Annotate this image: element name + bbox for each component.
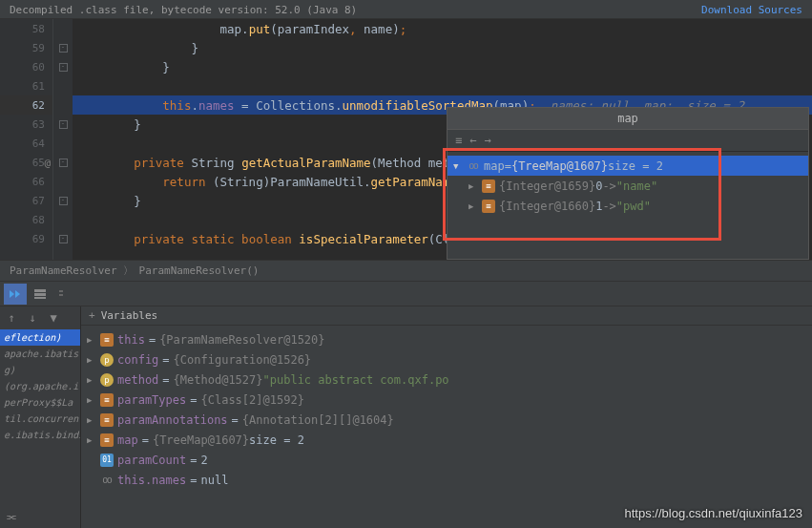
popup-toolbar: ≡ ← → [448, 130, 808, 152]
debug-view-tabs [0, 282, 812, 306]
line-number[interactable]: 67 [0, 191, 52, 210]
variable-row[interactable]: ▶≡this = {ParamNameResolver@1520} [81, 329, 812, 349]
breadcrumb-item[interactable]: ParamNameResolver [10, 264, 117, 277]
decompile-banner: Decompiled .class file, bytecode version… [0, 0, 812, 19]
download-sources-link[interactable]: Download Sources [701, 4, 802, 14]
frames-panel: ↑ ↓ ▼ eflection) apache.ibatis.b g) (org… [0, 306, 81, 528]
expand-icon[interactable]: ▶ [87, 355, 96, 365]
popup-tree: ▼oomap = {TreeMap@1607} size = 2 ▶≡{Inte… [448, 152, 808, 220]
collapse-icon[interactable]: ▼ [453, 161, 463, 171]
field-icon: ≡ [100, 333, 114, 347]
param-icon: p [100, 353, 114, 367]
line-number[interactable]: 59 [0, 38, 52, 57]
line-number[interactable]: 68 [0, 210, 52, 229]
stack-frame[interactable]: g) [0, 362, 80, 378]
svg-rect-1 [34, 293, 46, 296]
fold-icon[interactable]: - [59, 158, 68, 167]
debug-panel: ↑ ↓ ▼ eflection) apache.ibatis.b g) (org… [0, 281, 812, 528]
svg-rect-0 [34, 289, 46, 292]
stack-frame[interactable]: eflection) [0, 329, 80, 346]
expand-icon[interactable]: ▶ [87, 335, 96, 345]
variable-row[interactable]: ▶pconfig = {Configuration@1526} [81, 349, 812, 370]
stack-frame[interactable]: e.ibatis.bindin [0, 427, 80, 443]
expand-icon[interactable]: ▶ [87, 415, 96, 425]
fold-icon[interactable]: - [59, 235, 68, 243]
expand-icon[interactable]: ▶ [87, 395, 96, 405]
variable-row[interactable]: oothis.names = null [81, 470, 812, 490]
breadcrumb-item[interactable]: ParamNameResolver() [139, 264, 260, 277]
line-number[interactable]: 63 [0, 115, 52, 134]
line-number[interactable]: 64 [0, 134, 52, 153]
object-icon: oo [467, 159, 480, 173]
banner-message: Decompiled .class file, bytecode version… [10, 4, 357, 14]
expand-icon[interactable]: ▶ [87, 375, 96, 385]
plus-icon[interactable]: + [89, 309, 95, 322]
line-number[interactable]: 69 [0, 229, 52, 248]
watermark: https://blog.csdn.net/qiuxinfa123 [625, 506, 802, 520]
svg-rect-4 [59, 294, 63, 296]
popup-title: map [448, 108, 808, 130]
stack-frame[interactable]: apache.ibatis.b [0, 346, 80, 362]
object-icon: oo [100, 474, 114, 487]
variables-header: + Variables [81, 306, 812, 326]
expand-icon[interactable]: ▶ [468, 181, 478, 191]
fold-gutter: - - - - - - [53, 19, 73, 260]
filter-icon[interactable]: ▼ [46, 310, 61, 326]
back-icon[interactable]: ← [469, 134, 476, 147]
field-icon: ≡ [100, 413, 114, 427]
variables-tree: ▶≡this = {ParamNameResolver@1520} ▶pconf… [81, 326, 812, 528]
stack-frame[interactable]: perProxy$$La [0, 394, 80, 411]
line-number[interactable]: 58 [0, 19, 52, 38]
link-icon[interactable]: ⫘ [6, 510, 17, 523]
fold-icon[interactable]: - [59, 63, 68, 72]
settings-icon[interactable] [53, 284, 76, 305]
arrow-down-icon[interactable]: ↓ [25, 310, 40, 326]
fold-icon[interactable]: - [59, 120, 68, 129]
debugger-tab-icon[interactable] [4, 284, 27, 305]
variable-row[interactable]: ▶≡paramTypes = {Class[2]@1592} [81, 390, 812, 410]
line-number[interactable]: 60 [0, 57, 52, 76]
line-number[interactable]: 61 [0, 76, 52, 95]
stack-frame[interactable]: til.concurrent) [0, 411, 80, 427]
field-icon: ≡ [100, 433, 114, 447]
tree-row[interactable]: ▶≡{Integer@1659} 0 -> "name" [448, 176, 808, 196]
stack-frame[interactable]: (org.apache.i [0, 378, 80, 394]
line-number[interactable]: 62 [0, 95, 52, 115]
evaluate-popup[interactable]: map ≡ ← → ▼oomap = {TreeMap@1607} size =… [447, 107, 809, 260]
breadcrumb: ParamNameResolver 〉 ParamNameResolver() [0, 260, 812, 281]
svg-rect-2 [34, 297, 46, 299]
expand-icon[interactable]: ▶ [468, 201, 478, 211]
fold-icon[interactable]: - [59, 197, 68, 205]
variable-row[interactable]: ▶pmethod = {Method@1527} "public abstrac… [81, 370, 812, 390]
variable-row[interactable]: ▶≡map = {TreeMap@1607} size = 2 [81, 430, 812, 450]
table-view-icon[interactable] [29, 284, 52, 305]
variable-row[interactable]: ▶≡paramAnnotations = {Annotation[2][]@16… [81, 410, 812, 430]
tree-row[interactable]: ▼oomap = {TreeMap@1607} size = 2 [448, 156, 808, 176]
field-icon: ≡ [482, 200, 495, 213]
line-number[interactable]: 65@ [0, 153, 52, 172]
forward-icon[interactable]: → [484, 134, 490, 147]
arrow-up-icon[interactable]: ↑ [4, 310, 19, 326]
param-icon: p [100, 373, 114, 387]
tree-row[interactable]: ▶≡{Integer@1660} 1 -> "pwd" [448, 196, 808, 216]
chevron-right-icon: 〉 [123, 264, 134, 278]
fold-icon[interactable]: - [59, 44, 68, 53]
field-icon: ≡ [482, 180, 495, 193]
primitive-icon: 01 [100, 454, 114, 467]
variable-row[interactable]: 01paramCount = 2 [81, 450, 812, 470]
list-icon[interactable]: ≡ [455, 134, 462, 147]
line-gutter: 58 59 60 61 62 63 64 65@ 66 67 68 69 [0, 19, 53, 260]
line-number[interactable]: 66 [0, 172, 52, 191]
field-icon: ≡ [100, 393, 114, 407]
svg-rect-3 [59, 290, 63, 292]
expand-icon[interactable]: ▶ [87, 435, 96, 445]
